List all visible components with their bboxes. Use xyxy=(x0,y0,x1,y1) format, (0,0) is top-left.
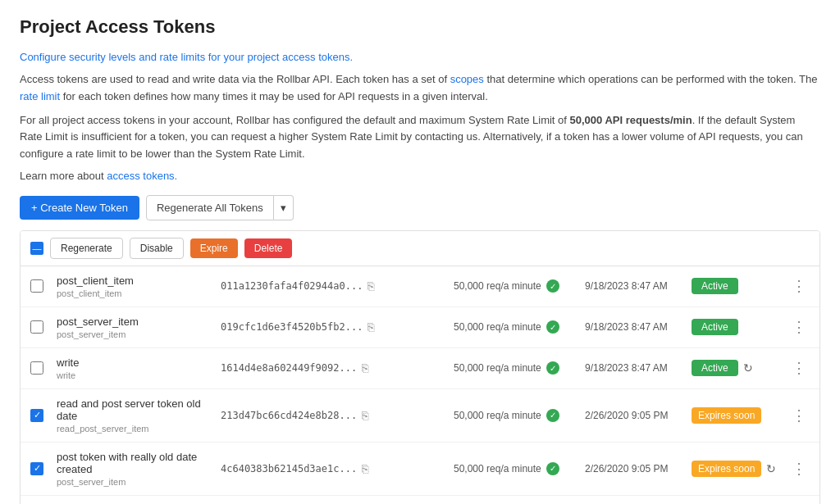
row-actions: ⋮ xyxy=(785,357,810,379)
chevron-down-icon: ▾ xyxy=(281,202,286,214)
table-row: ✓ post token with really old date create… xyxy=(21,443,819,496)
rate-label: 50,000 req/a minute xyxy=(454,321,541,333)
table-row: ✓ post token with really old date create… xyxy=(21,496,819,504)
row-actions: ⋮ xyxy=(785,405,810,426)
rate-label: 50,000 req/a minute xyxy=(454,362,541,374)
token-subname: write xyxy=(57,370,221,380)
token-hash-column: 011a1230fafa4f02944a0... ⎘ xyxy=(221,279,454,293)
token-hash-column: 213d47bc66cd424e8b28... ⎘ xyxy=(221,409,454,422)
rate-check-icon: ✓ xyxy=(546,279,559,293)
token-rate-column: 50,000 req/a minute ✓ xyxy=(454,320,585,334)
rate-check-icon: ✓ xyxy=(546,409,559,422)
access-tokens-link[interactable]: access tokens. xyxy=(107,170,177,182)
page-title: Project Access Tokens xyxy=(20,16,820,38)
more-options-icon[interactable]: ⋮ xyxy=(788,458,810,479)
row-actions: ⋮ xyxy=(785,316,810,338)
more-options-icon[interactable]: ⋮ xyxy=(788,275,810,297)
select-all-checkbox[interactable]: — xyxy=(30,242,43,255)
token-hash-column: 4c640383b62145d3ae1c... ⎘ xyxy=(221,462,454,475)
row-checkbox[interactable]: ✓ xyxy=(30,409,43,422)
table-row: post_server_item post_server_item 019cfc… xyxy=(21,307,819,348)
token-rate-column: 50,000 req/a minute ✓ xyxy=(454,361,585,375)
copy-icon[interactable]: ⎘ xyxy=(362,409,368,422)
status-badge: Expires soon xyxy=(692,461,761,477)
token-date-column: 9/18/2023 8:47 AM xyxy=(585,280,692,292)
row-actions: ⋮ xyxy=(785,275,810,297)
toolbar: + Create New Token Regenerate All Tokens… xyxy=(20,195,820,220)
token-name: post_server_item xyxy=(57,316,221,328)
row-checkbox[interactable] xyxy=(30,320,43,334)
token-name-column: post_server_item post_server_item xyxy=(57,316,221,339)
refresh-icon[interactable]: ↻ xyxy=(766,462,776,475)
bulk-delete-button[interactable]: Delete xyxy=(244,238,293,258)
token-subname: post_server_item xyxy=(57,329,221,339)
more-options-icon[interactable]: ⋮ xyxy=(788,316,810,338)
token-name-column: read and post server token old date read… xyxy=(57,397,221,434)
token-date-column: 9/18/2023 8:47 AM xyxy=(585,321,692,333)
rate-limit-link[interactable]: rate limit xyxy=(20,90,60,102)
token-hash: 011a1230fafa4f02944a0... xyxy=(221,280,363,292)
rate-label: 50,000 req/a minute xyxy=(454,463,541,474)
token-name: post token with really old date created xyxy=(57,451,221,475)
token-hash: 1614d4e8a602449f9092... xyxy=(221,362,357,374)
more-options-icon[interactable]: ⋮ xyxy=(788,357,810,379)
bulk-actions-bar: — Regenerate Disable Expire Delete xyxy=(21,231,819,266)
token-rate-column: 50,000 req/a minute ✓ xyxy=(454,409,585,422)
bulk-expire-button[interactable]: Expire xyxy=(190,238,238,258)
row-actions: ⋮ xyxy=(785,458,810,479)
copy-icon[interactable]: ⎘ xyxy=(368,279,374,293)
description-2: For all project access tokens in your ac… xyxy=(20,112,820,163)
create-new-token-button[interactable]: + Create New Token xyxy=(20,196,139,220)
token-hash-column: 1614d4e8a602449f9092... ⎘ xyxy=(221,361,454,375)
token-subname: read_post_server_item xyxy=(57,424,221,434)
status-badge: Active xyxy=(692,360,738,376)
token-name: read and post server token old date xyxy=(57,397,221,422)
token-date-column: 9/18/2023 8:47 AM xyxy=(585,362,692,374)
token-date-column: 2/26/2020 9:05 PM xyxy=(585,463,692,474)
bulk-regenerate-button[interactable]: Regenerate xyxy=(50,238,123,259)
description-1: Access tokens are used to read and write… xyxy=(20,71,820,106)
status-badge: Active xyxy=(692,319,738,335)
regenerate-all-group: Regenerate All Tokens ▾ xyxy=(146,195,294,220)
regenerate-all-button[interactable]: Regenerate All Tokens xyxy=(146,195,274,220)
row-checkbox[interactable] xyxy=(30,279,43,293)
token-status-column: Active xyxy=(692,278,782,294)
token-status-column: Expires soon↻ xyxy=(692,461,782,477)
token-name-column: write write xyxy=(57,356,221,380)
bulk-disable-button[interactable]: Disable xyxy=(130,238,184,259)
rate-check-icon: ✓ xyxy=(546,320,559,334)
status-badge: Expires soon xyxy=(692,407,761,424)
token-name-column: post_client_item post_client_item xyxy=(57,275,221,298)
regenerate-dropdown-button[interactable]: ▾ xyxy=(274,195,294,220)
token-rate-column: 50,000 req/a minute ✓ xyxy=(454,279,585,293)
scopes-link[interactable]: scopes xyxy=(450,73,484,85)
token-status-column: Active↻ xyxy=(692,360,782,376)
more-options-icon[interactable]: ⋮ xyxy=(788,405,810,426)
token-hash: 4c640383b62145d3ae1c... xyxy=(221,463,357,474)
token-name: post_client_item xyxy=(57,275,221,287)
token-subname: post_server_item xyxy=(57,477,221,487)
rate-label: 50,000 req/a minute xyxy=(454,410,541,421)
refresh-icon[interactable]: ↻ xyxy=(743,361,753,375)
copy-icon[interactable]: ⎘ xyxy=(362,361,368,375)
check-icon: ✓ xyxy=(34,410,41,420)
token-status-column: Expires soon xyxy=(692,407,782,424)
token-subname: post_client_item xyxy=(57,288,221,298)
tokens-table: — Regenerate Disable Expire Delete post_… xyxy=(20,230,820,504)
select-all-check-icon: — xyxy=(33,243,42,253)
token-hash: 019cfc1d6e3f4520b5fb2... xyxy=(221,321,363,333)
table-row: ✓ read and post server token old date re… xyxy=(21,389,819,443)
rate-check-icon: ✓ xyxy=(546,361,559,375)
token-name: write xyxy=(57,356,221,369)
status-badge: Active xyxy=(692,278,738,294)
learn-more: Learn more about access tokens. xyxy=(20,170,820,182)
table-row: post_client_item post_client_item 011a12… xyxy=(21,266,819,307)
copy-icon[interactable]: ⎘ xyxy=(362,462,368,475)
table-row: write write 1614d4e8a602449f9092... ⎘ 50… xyxy=(21,348,819,389)
row-checkbox[interactable]: ✓ xyxy=(30,462,43,475)
copy-icon[interactable]: ⎘ xyxy=(368,320,374,334)
token-status-column: Active xyxy=(692,319,782,335)
rate-check-icon: ✓ xyxy=(546,462,559,475)
row-checkbox[interactable] xyxy=(30,361,43,375)
token-hash: 213d47bc66cd424e8b28... xyxy=(221,410,357,421)
